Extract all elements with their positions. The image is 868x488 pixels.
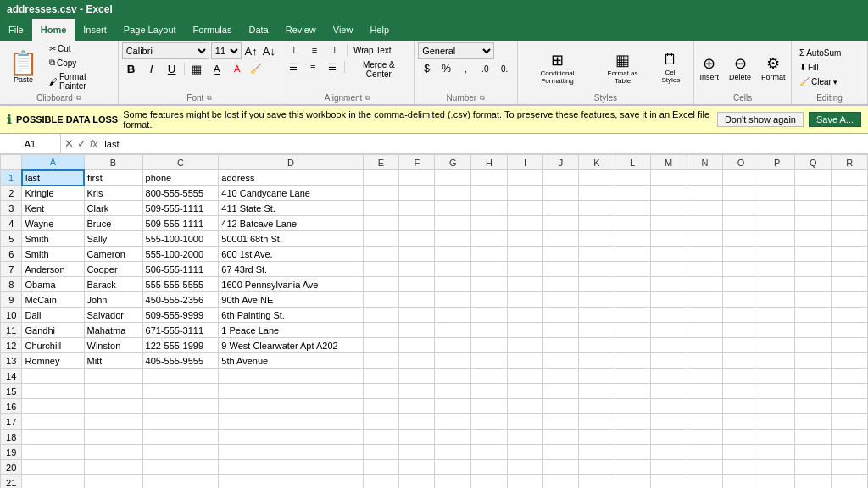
cell-D12[interactable]: 9 West Clearwater Apt A202 (219, 338, 363, 353)
cell-empty-3-12[interactable] (795, 201, 832, 216)
cell-empty-19-12[interactable] (795, 445, 832, 460)
font-increase-icon[interactable]: A↑ (243, 44, 259, 58)
cell-C6[interactable]: 555-100-2000 (142, 247, 219, 262)
row-header-7[interactable]: 7 (1, 262, 22, 277)
cell-D11[interactable]: 1 Peace Lane (219, 323, 363, 338)
cell-empty-10-12[interactable] (795, 308, 832, 323)
cell-empty-15-4[interactable] (507, 384, 542, 399)
row-header-11[interactable]: 11 (1, 323, 22, 338)
cell-empty-12-6[interactable] (579, 338, 615, 353)
cell-empty-8-7[interactable] (615, 277, 650, 292)
format-as-table-button[interactable]: ▦ Format as Table (596, 48, 650, 87)
cell-empty-7-1[interactable] (399, 262, 435, 277)
cell-empty-11-5[interactable] (542, 323, 578, 338)
cell-empty-3-0[interactable] (363, 201, 398, 216)
cell-D13[interactable]: 5th Avenue (219, 353, 363, 369)
cell-D6[interactable]: 600 1st Ave. (219, 247, 363, 262)
cell-A14[interactable] (22, 369, 84, 384)
cell-empty-5-12[interactable] (795, 231, 832, 247)
cell-empty-1-10[interactable] (723, 170, 760, 186)
cell-empty-18-12[interactable] (795, 430, 832, 445)
cell-empty-7-10[interactable] (723, 262, 760, 277)
font-color-button[interactable]: A (228, 61, 247, 76)
decrease-decimal-button[interactable]: 0. (496, 61, 514, 76)
cell-empty-9-12[interactable] (795, 292, 832, 308)
cell-empty-8-8[interactable] (650, 277, 687, 292)
row-header-20[interactable]: 20 (1, 460, 22, 475)
fill-color-button[interactable]: A̲ (208, 61, 226, 76)
col-header-n[interactable]: N (687, 155, 723, 170)
cut-button[interactable]: ✂ Cut (45, 42, 114, 55)
bold-button[interactable]: B (122, 61, 141, 76)
tab-data[interactable]: Data (240, 19, 276, 41)
cell-empty-18-10[interactable] (723, 430, 760, 445)
cell-empty-12-3[interactable] (471, 338, 508, 353)
cell-empty-17-13[interactable] (832, 414, 868, 430)
cell-empty-6-7[interactable] (615, 247, 650, 262)
format-button[interactable]: ⚙ Format (757, 52, 790, 84)
font-name-select[interactable]: Calibri (122, 42, 209, 59)
cell-empty-19-9[interactable] (687, 445, 723, 460)
cell-styles-button[interactable]: 🗒 Cell Styles (652, 48, 691, 87)
confirm-formula-icon[interactable]: ✓ (77, 137, 86, 150)
cell-A2[interactable]: Kringle (22, 186, 84, 201)
cell-empty-7-0[interactable] (363, 262, 398, 277)
cell-empty-19-0[interactable] (363, 445, 398, 460)
cell-empty-15-1[interactable] (399, 384, 435, 399)
cancel-formula-icon[interactable]: ✕ (64, 137, 74, 150)
cell-empty-12-7[interactable] (615, 338, 650, 353)
col-header-l[interactable]: L (615, 155, 650, 170)
cell-empty-8-11[interactable] (760, 277, 795, 292)
italic-button[interactable]: I (142, 61, 161, 76)
font-decrease-icon[interactable]: A↓ (261, 44, 277, 58)
cell-C3[interactable]: 509-555-1111 (142, 201, 219, 216)
row-header-16[interactable]: 16 (1, 399, 22, 414)
row-header-2[interactable]: 2 (1, 186, 22, 201)
cell-empty-21-4[interactable] (507, 475, 542, 489)
cell-empty-20-2[interactable] (435, 460, 471, 475)
cell-empty-1-11[interactable] (760, 170, 795, 186)
cell-D14[interactable] (219, 369, 363, 384)
cell-empty-19-2[interactable] (435, 445, 471, 460)
cell-empty-4-2[interactable] (435, 216, 471, 231)
cell-C8[interactable]: 555-555-5555 (142, 277, 219, 292)
col-header-g[interactable]: G (435, 155, 471, 170)
col-header-q[interactable]: Q (795, 155, 832, 170)
cell-empty-13-12[interactable] (795, 353, 832, 369)
cell-A18[interactable] (22, 430, 84, 445)
cell-D19[interactable] (219, 445, 363, 460)
paste-button[interactable]: 📋 Paste (3, 49, 43, 86)
cell-empty-7-6[interactable] (579, 262, 615, 277)
cell-empty-14-11[interactable] (760, 369, 795, 384)
cell-empty-21-10[interactable] (723, 475, 760, 489)
cell-empty-17-5[interactable] (542, 414, 578, 430)
cell-empty-2-3[interactable] (471, 186, 508, 201)
row-header-15[interactable]: 15 (1, 384, 22, 399)
cell-C10[interactable]: 509-555-9999 (142, 308, 219, 323)
cell-empty-6-8[interactable] (650, 247, 687, 262)
col-header-d[interactable]: D (219, 155, 363, 170)
cell-reference-box[interactable]: A1 (0, 134, 61, 153)
cell-empty-10-0[interactable] (363, 308, 398, 323)
cell-B1[interactable]: first (84, 170, 142, 186)
cell-empty-16-10[interactable] (723, 399, 760, 414)
cell-empty-2-10[interactable] (723, 186, 760, 201)
merge-center-button[interactable]: Merge & Center (348, 59, 411, 75)
col-header-o[interactable]: O (723, 155, 760, 170)
cell-empty-16-11[interactable] (760, 399, 795, 414)
cell-empty-5-11[interactable] (760, 231, 795, 247)
formula-input[interactable] (101, 139, 868, 149)
col-header-c[interactable]: C (142, 155, 219, 170)
cell-empty-12-9[interactable] (687, 338, 723, 353)
cell-B21[interactable] (84, 475, 142, 489)
cell-empty-5-1[interactable] (399, 231, 435, 247)
cell-empty-16-6[interactable] (579, 399, 615, 414)
cell-empty-10-11[interactable] (760, 308, 795, 323)
cell-C14[interactable] (142, 369, 219, 384)
cell-empty-9-10[interactable] (723, 292, 760, 308)
cell-D3[interactable]: 411 State St. (219, 201, 363, 216)
cell-C9[interactable]: 450-555-2356 (142, 292, 219, 308)
cell-empty-20-1[interactable] (399, 460, 435, 475)
tab-review[interactable]: Review (277, 19, 325, 41)
cell-C15[interactable] (142, 384, 219, 399)
